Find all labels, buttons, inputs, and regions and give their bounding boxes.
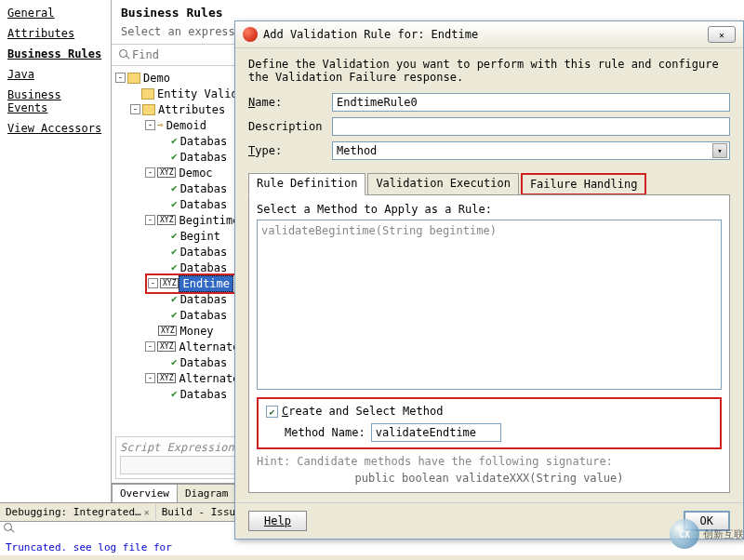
expand-icon[interactable]: - — [115, 73, 126, 83]
xyz-icon: XYZ — [157, 373, 176, 383]
dialog-close-button[interactable]: ✕ — [708, 26, 736, 43]
tree-db[interactable]: Databas — [178, 292, 231, 307]
check-icon: ✔ — [171, 388, 178, 400]
expand-icon[interactable]: - — [145, 373, 155, 383]
method-list[interactable]: validateBegintime(String begintime) — [257, 220, 722, 390]
watermark: CX 创新互联 — [670, 519, 744, 549]
folder-icon — [127, 73, 140, 84]
create-method-section: ✔ Create and Select Method Method Name: — [257, 397, 722, 449]
dialog-titlebar[interactable]: Add Validation Rule for: Endtime ✕ — [235, 21, 743, 48]
hint-text: Hint: Candidate methods have the followi… — [257, 455, 722, 468]
tab-validation-execution[interactable]: Validation Execution — [367, 173, 519, 195]
endtime-highlight: - XYZ Endtime — [145, 273, 236, 294]
add-validation-dialog: Add Validation Rule for: Endtime ✕ Defin… — [234, 20, 744, 540]
tree-db[interactable]: Databas — [178, 150, 231, 165]
create-method-checkbox[interactable]: ✔ — [266, 406, 278, 418]
close-icon[interactable]: ✕ — [144, 507, 150, 517]
check-icon: ✔ — [171, 135, 178, 147]
page-title: Business Rules — [121, 6, 735, 20]
xyz-icon: XYZ — [158, 326, 177, 336]
folder-icon — [142, 104, 155, 115]
nav-general[interactable]: General — [0, 3, 111, 23]
tree-entity-valid[interactable]: Entity Valida — [154, 87, 247, 101]
xyz-icon: XYZ — [157, 341, 176, 352]
left-nav-panel: General Attributes Business Rules Java B… — [0, 0, 112, 502]
type-select[interactable]: Method ▾ — [332, 141, 730, 160]
expand-icon[interactable]: - — [145, 120, 155, 130]
nav-view-accessors[interactable]: View Accessors — [0, 118, 111, 139]
check-icon: ✔ — [171, 261, 178, 273]
method-name-input[interactable] — [371, 423, 501, 442]
tree-db[interactable]: Databas — [178, 355, 231, 370]
expand-icon[interactable]: - — [145, 215, 155, 225]
select-method-label: Select a Method to Apply as a Rule: — [257, 203, 722, 216]
watermark-text: 创新互联 — [703, 527, 744, 541]
watermark-icon: CX — [670, 519, 699, 549]
nav-business-rules[interactable]: Business Rules — [0, 44, 111, 64]
tree-db[interactable]: Databas — [178, 134, 231, 149]
search-icon — [119, 49, 130, 60]
oracle-icon — [243, 27, 258, 42]
key-icon: ⊸ — [157, 119, 164, 131]
tab-failure-handling[interactable]: Failure Handling — [521, 173, 647, 195]
dialog-tabs: Rule Definition Validation Execution Fai… — [248, 173, 730, 195]
tree-db[interactable]: Databas — [178, 245, 231, 260]
expand-icon[interactable]: - — [145, 341, 155, 352]
nav-attributes[interactable]: Attributes — [0, 23, 111, 44]
script-expression-label: Script Expression — [120, 441, 234, 454]
type-value: Method — [337, 144, 377, 157]
nav-business-events[interactable]: Business Events — [0, 85, 111, 118]
check-icon: ✔ — [171, 182, 178, 194]
tree-db[interactable]: Databas — [178, 197, 231, 212]
tree-db[interactable]: Databas — [178, 308, 231, 323]
xyz-icon: XYZ — [157, 215, 176, 225]
search-icon — [4, 523, 15, 534]
dialog-description: Define the Validation you want to perfor… — [248, 58, 730, 84]
method-name-label: Method Name: — [285, 426, 365, 439]
type-label: Type: — [248, 144, 332, 157]
tree-attributes[interactable]: Attributes — [155, 102, 228, 117]
tree-endtime[interactable]: Endtime — [179, 275, 233, 292]
tree-db[interactable]: Databas — [178, 181, 231, 196]
check-icon: ✔ — [171, 198, 178, 210]
method-list-item[interactable]: validateBegintime(String begintime) — [261, 224, 717, 237]
status-debugging[interactable]: Debugging: Integrated… ✕ — [0, 504, 156, 520]
tree-demoid[interactable]: Demoid — [164, 118, 209, 133]
expand-icon[interactable]: - — [145, 167, 155, 178]
name-label: Name: — [248, 96, 332, 109]
xyz-icon: XYZ — [157, 167, 176, 178]
check-icon: ✔ — [171, 309, 178, 321]
hint-signature: public boolean validateXXX(String value) — [257, 472, 722, 485]
expand-icon[interactable]: - — [148, 278, 158, 288]
xyz-icon: XYZ — [160, 278, 179, 288]
folder-icon — [141, 88, 154, 100]
dialog-footer: Help OK — [235, 502, 743, 539]
expand-icon[interactable]: - — [130, 104, 140, 114]
tree-begint[interactable]: Begint — [178, 229, 223, 244]
tab-rule-definition[interactable]: Rule Definition — [248, 173, 365, 195]
check-icon: ✔ — [171, 151, 178, 163]
create-method-label: Create and Select Method — [282, 405, 443, 418]
tree-db[interactable]: Databas — [178, 387, 231, 402]
tab-diagram[interactable]: Diagram — [177, 484, 236, 502]
tree-democ[interactable]: Democ — [176, 166, 215, 180]
rule-definition-panel: Select a Method to Apply as a Rule: vali… — [248, 194, 730, 493]
chevron-down-icon[interactable]: ▾ — [712, 143, 727, 158]
check-icon: ✔ — [171, 293, 178, 305]
tree-root[interactable]: Demo — [140, 71, 173, 86]
check-icon: ✔ — [171, 356, 178, 368]
tree-money[interactable]: Money — [177, 324, 216, 339]
description-label: Description — [248, 120, 332, 133]
description-input[interactable] — [332, 117, 730, 136]
nav-java[interactable]: Java — [0, 64, 111, 85]
help-button[interactable]: Help — [248, 511, 307, 531]
check-icon: ✔ — [171, 246, 178, 258]
tree-begintime[interactable]: Begintime — [176, 213, 242, 228]
name-input[interactable] — [332, 93, 730, 112]
dialog-title-text: Add Validation Rule for: Endtime — [263, 28, 478, 41]
check-icon: ✔ — [171, 230, 178, 242]
tab-overview[interactable]: Overview — [112, 484, 178, 502]
